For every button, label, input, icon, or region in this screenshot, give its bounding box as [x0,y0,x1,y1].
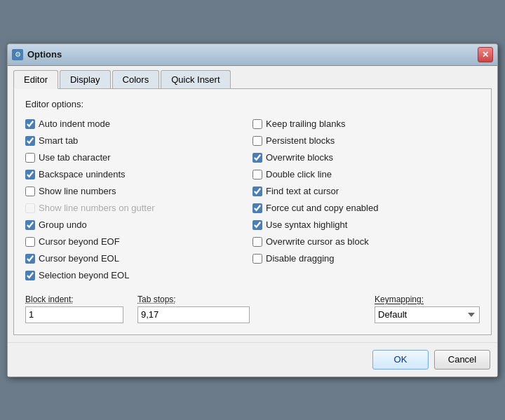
ok-button[interactable]: OK [372,350,429,370]
dialog-icon: ⚙ [12,49,23,60]
overwrite-cursor-block-label[interactable]: Overwrite cursor as block [266,236,369,247]
close-button[interactable]: ✕ [478,47,493,62]
option-use-syntax-highlight: Use syntax highlight [252,217,480,233]
overwrite-blocks-checkbox[interactable] [252,153,262,163]
option-auto-indent: Auto indent mode [25,116,252,132]
tab-quick-insert[interactable]: Quick Insert [161,70,230,88]
keymapping-select[interactable]: Default Visual Studio Brief Epsilon Word… [375,306,480,323]
disable-dragging-label[interactable]: Disable dragging [266,253,335,264]
cursor-beyond-eol-label[interactable]: Cursor beyond EOL [39,253,119,264]
option-find-text-cursor: Find text at cursor [252,184,480,199]
group-undo-label[interactable]: Group undo [39,219,87,230]
smart-tab-label[interactable]: Smart tab [39,135,78,146]
disable-dragging-checkbox[interactable] [252,254,262,264]
option-show-line-numbers-gutter: Show line numbers on gutter [25,201,252,216]
overwrite-blocks-label[interactable]: Overwrite blocks [266,152,333,163]
title-bar: ⚙ Options ✕ [8,44,497,66]
show-line-numbers-gutter-checkbox[interactable] [25,203,35,213]
block-indent-group: Block indent: [25,294,123,323]
selection-beyond-eol-checkbox[interactable] [25,271,35,280]
persistent-blocks-label[interactable]: Persistent blocks [266,135,335,146]
option-double-click-line: Double click line [252,167,480,182]
tab-content-editor: Editor options: Auto indent mode Smart t… [13,89,492,335]
backspace-unindents-checkbox[interactable] [25,170,35,179]
dialog-title: Options [27,49,62,60]
bottom-section: Block indent: Tab stops: Keymapping: Def… [25,294,480,323]
option-show-line-numbers: Show line numbers [25,184,252,199]
keymapping-group: Keymapping: Default Visual Studio Brief … [375,294,480,323]
use-syntax-highlight-checkbox[interactable] [252,220,262,230]
tab-stops-input[interactable] [137,306,250,323]
overwrite-cursor-block-checkbox[interactable] [252,237,262,247]
options-dialog: ⚙ Options ✕ Editor Display Colors Quick … [7,43,498,377]
tab-stops-label: Tab stops: [137,294,250,304]
option-overwrite-cursor-block: Overwrite cursor as block [252,234,480,250]
option-use-tab-char: Use tab character [25,150,252,165]
options-grid: Auto indent mode Smart tab Use tab chara… [25,116,480,283]
cursor-beyond-eof-checkbox[interactable] [25,237,35,247]
force-cut-copy-label[interactable]: Force cut and copy enabled [266,203,378,213]
option-keep-trailing-blanks: Keep trailing blanks [252,116,480,132]
use-tab-char-checkbox[interactable] [25,153,35,163]
cancel-button[interactable]: Cancel [434,350,490,370]
keymapping-label: Keymapping: [375,294,480,304]
option-selection-beyond-eol: Selection beyond EOL [25,268,252,283]
title-bar-left: ⚙ Options [12,49,62,60]
bottom-buttons: OK Cancel [8,342,497,377]
option-cursor-beyond-eol: Cursor beyond EOL [25,251,252,266]
auto-indent-label[interactable]: Auto indent mode [39,118,110,129]
persistent-blocks-checkbox[interactable] [252,136,262,146]
option-group-undo: Group undo [25,217,252,233]
keep-trailing-blanks-label[interactable]: Keep trailing blanks [266,118,345,129]
group-undo-checkbox[interactable] [25,220,35,230]
selection-beyond-eol-label[interactable]: Selection beyond EOL [39,270,129,280]
show-line-numbers-gutter-label[interactable]: Show line numbers on gutter [39,203,154,213]
smart-tab-checkbox[interactable] [25,136,35,146]
use-tab-char-label[interactable]: Use tab character [39,152,111,163]
tab-editor[interactable]: Editor [13,70,58,89]
option-force-cut-copy: Force cut and copy enabled [252,201,480,216]
tab-bar: Editor Display Colors Quick Insert [13,70,492,89]
find-text-cursor-label[interactable]: Find text at cursor [266,186,339,196]
double-click-line-label[interactable]: Double click line [266,169,332,179]
use-syntax-highlight-label[interactable]: Use syntax highlight [266,219,347,230]
tab-stops-group: Tab stops: [137,294,250,323]
cursor-beyond-eof-label[interactable]: Cursor beyond EOF [39,236,120,247]
option-backspace-unindents: Backspace unindents [25,167,252,182]
double-click-line-checkbox[interactable] [252,170,262,179]
cursor-beyond-eol-checkbox[interactable] [25,254,35,264]
keymapping-select-wrapper: Default Visual Studio Brief Epsilon Word… [375,306,480,323]
show-line-numbers-label[interactable]: Show line numbers [39,186,116,196]
auto-indent-checkbox[interactable] [25,119,35,129]
right-options-col: Keep trailing blanks Persistent blocks O… [252,116,480,283]
option-smart-tab: Smart tab [25,133,252,149]
option-disable-dragging: Disable dragging [252,251,480,266]
dialog-body: Editor Display Colors Quick Insert Edito… [8,66,497,342]
backspace-unindents-label[interactable]: Backspace unindents [39,169,126,179]
show-line-numbers-checkbox[interactable] [25,187,35,196]
section-title: Editor options: [25,99,480,109]
keep-trailing-blanks-checkbox[interactable] [252,119,262,129]
option-cursor-beyond-eof: Cursor beyond EOF [25,234,252,250]
block-indent-label: Block indent: [25,294,123,304]
tab-colors[interactable]: Colors [112,70,160,88]
option-persistent-blocks: Persistent blocks [252,133,480,149]
force-cut-copy-checkbox[interactable] [252,203,262,213]
tab-display[interactable]: Display [60,70,111,88]
find-text-cursor-checkbox[interactable] [252,187,262,196]
option-overwrite-blocks: Overwrite blocks [252,150,480,165]
left-options-col: Auto indent mode Smart tab Use tab chara… [25,116,252,283]
block-indent-input[interactable] [25,306,123,323]
